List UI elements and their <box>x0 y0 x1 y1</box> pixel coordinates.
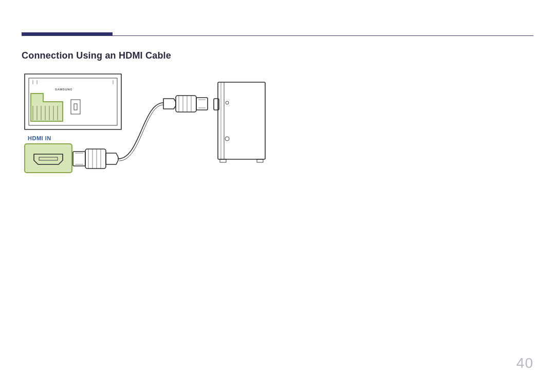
svg-rect-40 <box>257 159 263 162</box>
svg-point-37 <box>226 101 229 104</box>
svg-rect-33 <box>218 82 265 159</box>
header-rule <box>22 35 533 36</box>
display-rear-icon: SAMSUNG <box>25 74 121 129</box>
section-heading: Connection Using an HDMI Cable <box>22 50 171 61</box>
pc-tower-icon <box>214 82 265 162</box>
svg-point-38 <box>225 137 229 141</box>
svg-rect-5 <box>71 100 80 114</box>
page-number: 40 <box>516 355 533 371</box>
hdmi-plug-left-icon <box>73 149 118 169</box>
hdmi-plug-right-icon <box>163 96 208 112</box>
port-label: HDMI IN <box>28 135 51 141</box>
connection-diagram: SAMSUNG HDMI IN <box>22 72 289 180</box>
header-accent-bar <box>22 32 113 35</box>
svg-rect-30 <box>196 98 208 110</box>
diagram-svg: SAMSUNG HDMI IN <box>22 72 289 180</box>
svg-rect-39 <box>220 159 226 162</box>
hdmi-port-icon <box>25 144 72 173</box>
document-page: Connection Using an HDMI Cable <box>0 0 555 392</box>
svg-rect-14 <box>25 144 72 173</box>
svg-rect-17 <box>73 152 85 166</box>
svg-rect-6 <box>74 104 77 110</box>
hdmi-cable-icon <box>118 103 163 159</box>
brand-text: SAMSUNG <box>55 88 72 91</box>
